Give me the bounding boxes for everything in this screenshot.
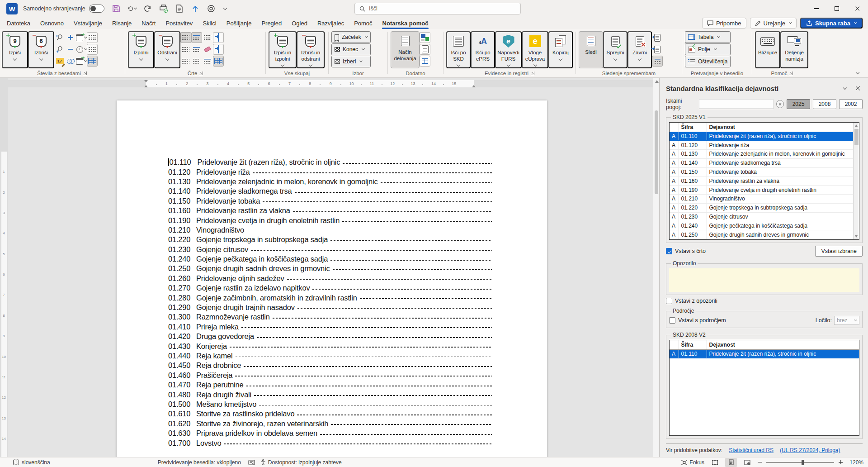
close-button[interactable] [847, 0, 868, 17]
plus-icon[interactable] [65, 32, 76, 43]
ribbon-tab-vstavljanje[interactable]: Vstavljanje [69, 17, 107, 29]
clock-add-icon[interactable] [76, 44, 87, 55]
dotted-line-style-icon[interactable] [180, 44, 191, 55]
table-row[interactable]: A01.210Vinogradništvo [670, 195, 853, 204]
document-line[interactable]: 01.280Gojenje začimbnih, aromatskih in z… [168, 293, 492, 302]
bliznjice-button[interactable]: Bližnjice [755, 31, 780, 68]
table-row[interactable]: A01.110Pridelovanje žit (razen riža), st… [670, 349, 859, 358]
scrollbar-thumb[interactable] [655, 110, 658, 194]
table-row[interactable]: A01.130Pridelovanje zelenjadnic in melon… [670, 150, 853, 159]
search-input[interactable]: Išči [354, 3, 521, 14]
link-icon[interactable] [65, 56, 76, 67]
document-line[interactable]: 01.430Konjereja [168, 341, 492, 351]
napovedi-furs-button[interactable]: e Napovedi FURS [495, 31, 522, 68]
vstavi-izbrane-button[interactable]: Vstavi izbrane [815, 246, 863, 257]
short-line-style-icon[interactable] [180, 56, 191, 67]
polje-button[interactable]: Polje [685, 43, 731, 55]
ribbon-tab-notarska-pomo-[interactable]: Notarska pomoč [377, 17, 434, 29]
line-numbering-icon[interactable] [191, 44, 202, 55]
previous-change-icon[interactable] [652, 32, 663, 43]
document-line[interactable]: 01.440Reja kamel [168, 351, 492, 361]
statistical-office-link[interactable]: Statistični urad RS [729, 447, 774, 453]
zoom-out-icon[interactable] [758, 462, 762, 463]
minus-icon[interactable] [65, 44, 76, 55]
document-line[interactable]: 01.610Storitve za rastlinsko pridelavo [168, 409, 492, 419]
ribbon-tab-postavitev[interactable]: Postavitev [160, 17, 198, 29]
document-preview-icon[interactable] [175, 4, 184, 13]
document-line[interactable]: 01.230Gojenje citrusov [168, 245, 492, 254]
official-gazette-link[interactable]: (UL RS 27/2024, Priloga) [780, 447, 840, 453]
dialog-launcher-icon[interactable] [531, 71, 534, 75]
konec-button[interactable]: Konec [331, 43, 371, 55]
document-line[interactable]: 01.240Gojenje pečkatega in koščičastega … [168, 254, 492, 264]
ribbon-tab-po-iljanje[interactable]: Pošiljanje [222, 17, 257, 29]
document-line[interactable]: 01.460Prašičereja [168, 371, 492, 380]
line-compact-icon[interactable] [191, 56, 202, 67]
line-border-icon[interactable] [202, 56, 213, 67]
ribbon-tab-razvijalec[interactable]: Razvijalec [312, 17, 349, 29]
zoom-slider[interactable] [766, 462, 834, 463]
comments-button[interactable]: Pripombe [702, 18, 746, 29]
ribbon-tab-risanje[interactable]: Risanje [107, 17, 137, 29]
table-row[interactable]: A01.220Gojenje tropskega in subtropskega… [670, 203, 853, 212]
number-table-icon[interactable] [87, 56, 98, 67]
sprejmi-button[interactable]: Sprejmi [603, 31, 627, 68]
more-commands-icon[interactable] [223, 6, 226, 10]
scroll-up-icon[interactable] [655, 80, 659, 83]
document-line[interactable]: 01.300Razmnoževanje rastlin [168, 312, 492, 322]
table-row[interactable]: A01.250Gojenje drugih sadnih dreves in g… [670, 230, 853, 239]
ribbon-tab-osnovno[interactable]: Osnovno [35, 17, 69, 29]
locilo-select[interactable]: brez [834, 316, 859, 325]
read-mode-button[interactable] [709, 458, 721, 467]
right-indent-marker[interactable] [472, 85, 476, 87]
pane-close-icon[interactable] [855, 86, 861, 91]
hanging-indent-marker[interactable] [144, 85, 148, 87]
table-row[interactable]: A01.190Pridelovanje cvetja in drugih eno… [670, 186, 853, 195]
ribbon-tab-ogled[interactable]: Ogled [287, 17, 312, 29]
document-line[interactable]: 01.700Lovstvo [168, 438, 492, 448]
line-spacing-icon[interactable] [202, 32, 213, 43]
minimize-button[interactable] [806, 0, 826, 17]
bullseye-icon[interactable] [207, 4, 216, 13]
isci-po-skd-button[interactable]: Išči po SKD [446, 31, 471, 68]
calendar-clock-icon[interactable] [76, 56, 87, 67]
accessibility-status[interactable]: Dostopnost: izpolnjuje zahteve [260, 459, 342, 466]
year-2002-button[interactable]: 2002 [839, 99, 863, 109]
izpisi-in-izpolni-button[interactable]: Izpiši in izpolni [269, 31, 297, 68]
upload-arrow-icon[interactable] [191, 4, 200, 13]
izberi-button[interactable]: Izberi [331, 56, 371, 67]
document-line[interactable]: 01.160Pridelovanje rastlin za vlakna [168, 206, 492, 215]
table-insert-left-icon[interactable] [213, 32, 224, 43]
dialog-launcher-icon[interactable] [199, 71, 203, 75]
document-page[interactable]: 01.110Pridelovanje žit (razen riža), str… [117, 100, 547, 457]
izbrisi-in-odstrani-button[interactable]: Izbriši in odstrani [297, 31, 325, 68]
undo-dropdown-icon[interactable] [134, 6, 137, 9]
vstavi-s-crto-checkbox[interactable] [666, 248, 672, 254]
next-change-icon[interactable] [652, 44, 663, 55]
document-line[interactable]: 01.140Pridelovanje sladkornega trsa [168, 186, 492, 196]
document-line[interactable]: 01.420Druga govedoreja [168, 332, 492, 341]
dialog-launcher-icon[interactable] [83, 71, 87, 75]
search-condition-input[interactable] [699, 99, 774, 109]
maximize-button[interactable] [826, 0, 847, 17]
document-scrollbar[interactable] [653, 78, 659, 457]
ribbon-tab-pregled[interactable]: Pregled [256, 17, 287, 29]
ostevilcenja-button[interactable]: Oštevilčenja [685, 56, 731, 67]
proofing-status[interactable]: slovenščina [13, 459, 50, 466]
first-line-indent-marker[interactable] [144, 80, 148, 82]
document-line[interactable]: 01.250Gojenje drugih sadnih dreves in gr… [168, 264, 492, 273]
odstrani-button[interactable]: Odstrani [154, 31, 180, 68]
table-row[interactable]: A01.240Gojenje pečkatega in koščičastega… [670, 221, 853, 230]
pane-menu-icon[interactable] [843, 86, 847, 89]
negative-number-line-icon[interactable] [87, 44, 98, 55]
document-line[interactable]: 01.150Pridelovanje tobaka [168, 196, 492, 206]
share-button[interactable]: Skupna raba [800, 18, 863, 29]
document-line[interactable]: 01.120Pridelovanje riža [168, 167, 492, 176]
document-line[interactable]: 01.480Reja drugih živali [168, 390, 492, 399]
autosave-toggle[interactable] [89, 5, 104, 13]
table-row[interactable]: A01.150Pridelovanje tobaka [670, 167, 853, 176]
dashed-line-style-icon[interactable] [180, 32, 191, 43]
deljenje-namizja-button[interactable]: Deljenje namizja [780, 31, 808, 68]
document-line[interactable]: 01.630Priprava pridelkov in obdelava sem… [168, 429, 492, 438]
editing-mode-button[interactable]: Urejanje [750, 18, 797, 29]
